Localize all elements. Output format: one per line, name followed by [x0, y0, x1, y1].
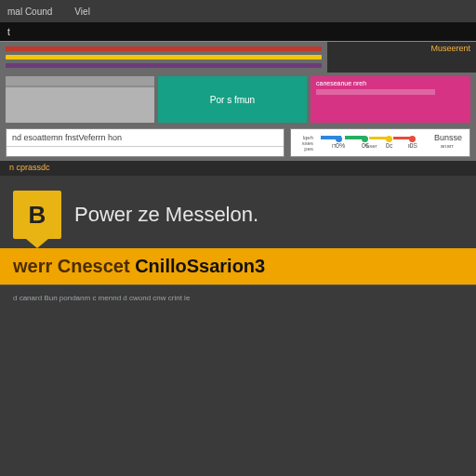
status-bar: n cprassdc	[0, 161, 476, 176]
legend-item: 0€	[362, 135, 377, 149]
ribbon: Museerent	[0, 41, 476, 73]
title-main: werr Cnescet	[13, 256, 135, 276]
stripe-purple	[6, 63, 322, 68]
legend-item: 0c	[386, 135, 401, 149]
ribbon-stripes	[0, 42, 327, 73]
menu-item[interactable]: t	[7, 27, 10, 37]
stripe-yellow	[6, 55, 322, 60]
panel-pink-underline	[316, 89, 435, 95]
chart-left-title: nd esoattemn fnstVeferrn hon	[7, 129, 284, 147]
menu-bar[interactable]: t	[0, 22, 476, 41]
panel-pink[interactable]: caneseanue nreh	[311, 76, 470, 123]
hero-badge-icon: B	[13, 191, 61, 239]
title-bar: werr Cnescet CnilloSsarion3	[0, 248, 476, 284]
chart-right-legend: 0%0€0c0S	[336, 135, 425, 149]
legend-item: 0%	[336, 135, 352, 149]
title-accent: CnilloSsarion3	[135, 256, 265, 276]
top-label-2: Viel	[74, 7, 90, 17]
chart-right-body: lqeh sses pes 0%0€0c0S	[291, 129, 469, 143]
footer-text: d canard Bun pondanm c mennd d cwond cnw…	[13, 294, 190, 302]
sub-panels: Por s fmun caneseanue nreh	[0, 73, 476, 128]
window-top-strip: mal Cound Viel	[0, 0, 476, 22]
hero: B Power ze Messelon.	[0, 176, 476, 248]
chart-left[interactable]: nd esoattemn fnstVeferrn hon	[6, 128, 284, 157]
ytick: pes	[293, 146, 313, 152]
hero-badge-letter: B	[29, 201, 46, 230]
chart-row: nd esoattemn fnstVeferrn hon Bunsse lqeh…	[0, 128, 476, 161]
ribbon-right-label: Museerent	[327, 42, 476, 73]
status-text: n cprassdc	[9, 163, 50, 172]
xaxis-tick: anarr	[432, 143, 463, 154]
hero-text: Power ze Messelon.	[74, 203, 258, 227]
legend-item: 0S	[409, 135, 425, 149]
panel-teal-label: Por s fmun	[210, 95, 255, 105]
ribbon-right-text: Museerent	[430, 44, 470, 53]
panel-gray-body	[6, 87, 154, 123]
panel-gray-header	[6, 76, 154, 86]
panel-pink-text: caneseanue nreh	[316, 80, 465, 86]
chart-left-body	[7, 147, 284, 156]
panel-gray[interactable]	[6, 76, 154, 123]
top-label-1: mal Cound	[7, 7, 52, 17]
panel-teal[interactable]: Por s fmun	[158, 76, 307, 123]
stripe-red	[6, 46, 322, 51]
footer: d canard Bun pondanm c mennd d cwond cnw…	[0, 284, 476, 311]
chart-right[interactable]: Bunsse lqeh sses pes 0%0€0c0S ITaserIIan…	[290, 128, 470, 157]
